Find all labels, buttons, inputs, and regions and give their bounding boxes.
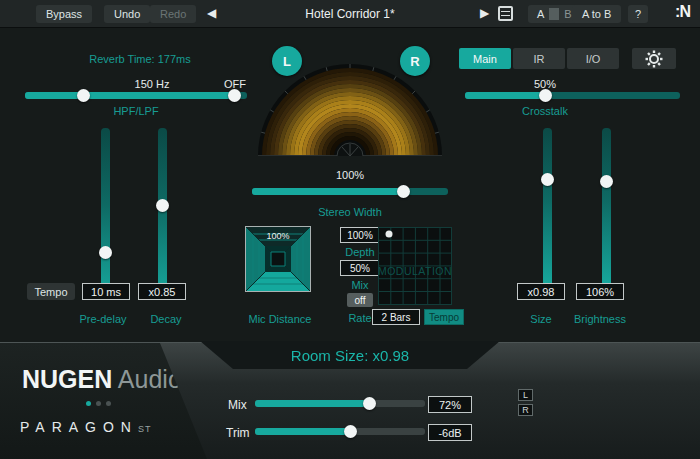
hpf-lpf-fill [25,92,234,99]
decay-slider[interactable] [158,128,167,300]
mod-depth-label: Depth [338,246,382,258]
meter-left-label: L [518,389,533,401]
meter-left: L [518,389,683,401]
gear-icon [645,50,663,68]
tab-ir[interactable]: IR [513,48,565,69]
crosstalk-handle[interactable] [539,89,552,102]
mix-label: Mix [228,398,247,412]
meter-right-label: R [518,404,533,416]
brightness-handle[interactable] [600,175,613,188]
tab-main[interactable]: Main [459,48,511,69]
modulation-dot-handle [386,231,393,238]
mod-depth-value[interactable]: 100% [340,227,380,243]
modulation-title: MODULATION [378,265,452,277]
lpf-handle[interactable] [228,89,241,102]
hpf-handle[interactable] [77,89,90,102]
pre-delay-slider[interactable] [101,128,110,300]
decay-handle[interactable] [156,199,169,212]
next-preset-icon[interactable]: ▶ [480,6,489,20]
prev-preset-icon[interactable]: ◀ [207,6,216,20]
preset-name[interactable]: Hotel Corridor 1* [240,7,460,21]
meter-right: R [518,404,683,416]
size-handle[interactable] [541,173,554,186]
mod-tempo-button[interactable]: Tempo [424,309,464,325]
brand-bold: NUGEN [22,365,112,393]
meter-left-bar [537,389,683,401]
brand-dots-icon [86,401,111,406]
reverb-response-display [258,64,442,156]
tab-io[interactable]: I/O [567,48,619,69]
size-label: Size [511,313,571,325]
hpf-lpf-slider[interactable] [25,92,247,99]
mod-rate-value[interactable]: off [347,293,373,307]
mix-handle[interactable] [363,397,376,410]
product-label: PARAGON [20,419,138,435]
meter-right-bar [537,404,683,416]
stereo-width-fill [252,188,403,195]
pre-delay-label: Pre-delay [65,313,141,325]
trim-value[interactable]: -6dB [428,424,472,441]
decay-label: Decay [136,313,196,325]
bypass-button[interactable]: Bypass [36,5,92,23]
brightness-label: Brightness [565,313,635,325]
stereo-width-handle[interactable] [397,185,410,198]
stereo-width-slider[interactable] [252,188,448,195]
mic-distance-display[interactable]: 100% [245,226,311,292]
reverb-time-readout: Reverb Time: 177ms [60,53,220,65]
undo-button[interactable]: Undo [104,5,150,23]
product-suffix: ST [138,424,152,434]
pre-delay-value[interactable]: 10 ms [82,283,130,300]
pre-delay-tempo-button[interactable]: Tempo [27,283,75,300]
room-size-readout: Room Size: x0.98 [291,347,409,364]
crosstalk-fill [465,92,545,99]
ab-divider [549,8,559,20]
decay-value[interactable]: x0.85 [138,283,186,300]
size-value[interactable]: x0.98 [517,283,565,300]
brightness-slider[interactable] [602,128,611,288]
mix-slider[interactable] [255,400,425,407]
settings-button[interactable] [632,48,676,69]
mod-mix-value[interactable]: 50% [340,260,380,276]
size-slider[interactable] [543,128,552,288]
mix-fill [255,400,369,407]
stereo-width-value: 100% [325,169,375,181]
mic-distance-label: Mic Distance [240,313,320,325]
mic-distance-value: 100% [266,231,289,241]
nugen-logo-icon: :N [675,3,690,21]
room-size-tab: Room Size: x0.98 [200,341,500,369]
mod-mix-label: Mix [338,279,382,291]
help-button[interactable]: ? [628,5,648,23]
mix-value[interactable]: 72% [428,396,472,413]
stereo-width-label: Stereo Width [300,206,400,218]
redo-button[interactable]: Redo [150,5,196,23]
hpf-value: 150 Hz [122,78,182,90]
brightness-value[interactable]: 106% [576,283,624,300]
brand-name: NUGEN Audio [22,365,182,394]
crosstalk-label: Crosstalk [505,105,585,117]
mod-sync-value[interactable]: 2 Bars [372,309,420,325]
trim-fill [255,428,350,435]
top-toolbar: Bypass Undo Redo ◀ Hotel Corridor 1* ▶ A… [0,0,700,28]
trim-slider[interactable] [255,428,425,435]
modulation-pad[interactable]: MODULATION [378,227,452,305]
a-to-b-button[interactable]: A to B [572,5,621,23]
crosstalk-slider[interactable] [465,92,680,99]
product-name: PARAGONST [20,419,152,435]
pre-delay-handle[interactable] [99,246,112,259]
ab-a-label: A [532,8,549,20]
trim-label: Trim [226,426,250,440]
paragon-plugin-window: Bypass Undo Redo ◀ Hotel Corridor 1* ▶ A… [0,0,700,459]
preset-list-icon[interactable] [498,6,513,21]
hpf-lpf-label: HPF/LPF [96,105,176,117]
